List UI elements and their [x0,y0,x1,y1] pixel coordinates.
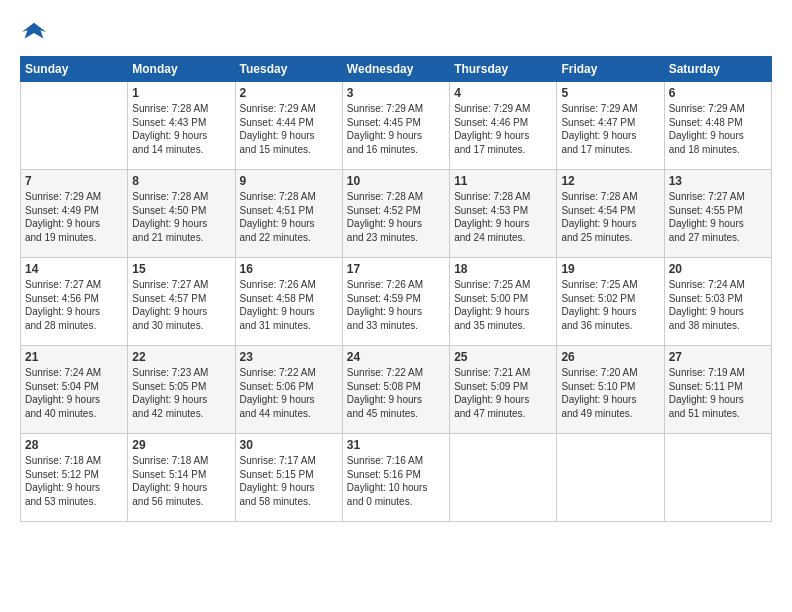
calendar-cell: 5Sunrise: 7:29 AM Sunset: 4:47 PM Daylig… [557,82,664,170]
day-info: Sunrise: 7:29 AM Sunset: 4:48 PM Dayligh… [669,102,767,156]
day-info: Sunrise: 7:21 AM Sunset: 5:09 PM Dayligh… [454,366,552,420]
day-number: 19 [561,262,659,276]
calendar-cell: 25Sunrise: 7:21 AM Sunset: 5:09 PM Dayli… [450,346,557,434]
calendar-cell: 18Sunrise: 7:25 AM Sunset: 5:00 PM Dayli… [450,258,557,346]
day-number: 24 [347,350,445,364]
calendar-cell: 12Sunrise: 7:28 AM Sunset: 4:54 PM Dayli… [557,170,664,258]
calendar-cell: 31Sunrise: 7:16 AM Sunset: 5:16 PM Dayli… [342,434,449,522]
day-info: Sunrise: 7:24 AM Sunset: 5:04 PM Dayligh… [25,366,123,420]
day-number: 27 [669,350,767,364]
day-info: Sunrise: 7:25 AM Sunset: 5:02 PM Dayligh… [561,278,659,332]
day-number: 26 [561,350,659,364]
calendar-cell: 14Sunrise: 7:27 AM Sunset: 4:56 PM Dayli… [21,258,128,346]
logo-icon [20,18,48,46]
weekday-header-thursday: Thursday [450,57,557,82]
day-info: Sunrise: 7:27 AM Sunset: 4:57 PM Dayligh… [132,278,230,332]
header [20,18,772,46]
calendar-cell: 3Sunrise: 7:29 AM Sunset: 4:45 PM Daylig… [342,82,449,170]
calendar-cell: 22Sunrise: 7:23 AM Sunset: 5:05 PM Dayli… [128,346,235,434]
calendar-cell: 8Sunrise: 7:28 AM Sunset: 4:50 PM Daylig… [128,170,235,258]
day-info: Sunrise: 7:28 AM Sunset: 4:43 PM Dayligh… [132,102,230,156]
day-info: Sunrise: 7:24 AM Sunset: 5:03 PM Dayligh… [669,278,767,332]
calendar-cell: 13Sunrise: 7:27 AM Sunset: 4:55 PM Dayli… [664,170,771,258]
day-number: 4 [454,86,552,100]
day-number: 22 [132,350,230,364]
calendar-week-row: 1Sunrise: 7:28 AM Sunset: 4:43 PM Daylig… [21,82,772,170]
calendar-cell: 4Sunrise: 7:29 AM Sunset: 4:46 PM Daylig… [450,82,557,170]
weekday-header-saturday: Saturday [664,57,771,82]
calendar-cell: 26Sunrise: 7:20 AM Sunset: 5:10 PM Dayli… [557,346,664,434]
calendar-cell: 10Sunrise: 7:28 AM Sunset: 4:52 PM Dayli… [342,170,449,258]
day-number: 7 [25,174,123,188]
day-number: 9 [240,174,338,188]
day-info: Sunrise: 7:29 AM Sunset: 4:46 PM Dayligh… [454,102,552,156]
calendar-week-row: 7Sunrise: 7:29 AM Sunset: 4:49 PM Daylig… [21,170,772,258]
calendar-cell: 28Sunrise: 7:18 AM Sunset: 5:12 PM Dayli… [21,434,128,522]
day-info: Sunrise: 7:20 AM Sunset: 5:10 PM Dayligh… [561,366,659,420]
day-info: Sunrise: 7:26 AM Sunset: 4:59 PM Dayligh… [347,278,445,332]
calendar-cell: 6Sunrise: 7:29 AM Sunset: 4:48 PM Daylig… [664,82,771,170]
day-number: 2 [240,86,338,100]
day-number: 17 [347,262,445,276]
day-info: Sunrise: 7:28 AM Sunset: 4:51 PM Dayligh… [240,190,338,244]
calendar-cell: 30Sunrise: 7:17 AM Sunset: 5:15 PM Dayli… [235,434,342,522]
calendar-cell: 15Sunrise: 7:27 AM Sunset: 4:57 PM Dayli… [128,258,235,346]
calendar-cell: 17Sunrise: 7:26 AM Sunset: 4:59 PM Dayli… [342,258,449,346]
day-number: 14 [25,262,123,276]
day-number: 25 [454,350,552,364]
day-number: 11 [454,174,552,188]
weekday-header-wednesday: Wednesday [342,57,449,82]
calendar-header-row: SundayMondayTuesdayWednesdayThursdayFrid… [21,57,772,82]
day-info: Sunrise: 7:17 AM Sunset: 5:15 PM Dayligh… [240,454,338,508]
day-info: Sunrise: 7:22 AM Sunset: 5:06 PM Dayligh… [240,366,338,420]
day-info: Sunrise: 7:28 AM Sunset: 4:50 PM Dayligh… [132,190,230,244]
calendar-cell: 9Sunrise: 7:28 AM Sunset: 4:51 PM Daylig… [235,170,342,258]
day-number: 20 [669,262,767,276]
calendar-cell: 24Sunrise: 7:22 AM Sunset: 5:08 PM Dayli… [342,346,449,434]
calendar-cell: 7Sunrise: 7:29 AM Sunset: 4:49 PM Daylig… [21,170,128,258]
calendar-cell: 27Sunrise: 7:19 AM Sunset: 5:11 PM Dayli… [664,346,771,434]
day-info: Sunrise: 7:28 AM Sunset: 4:54 PM Dayligh… [561,190,659,244]
calendar-cell: 21Sunrise: 7:24 AM Sunset: 5:04 PM Dayli… [21,346,128,434]
logo [20,18,50,46]
calendar-cell: 16Sunrise: 7:26 AM Sunset: 4:58 PM Dayli… [235,258,342,346]
day-number: 23 [240,350,338,364]
calendar-cell [450,434,557,522]
page: SundayMondayTuesdayWednesdayThursdayFrid… [0,0,792,612]
weekday-header-friday: Friday [557,57,664,82]
day-number: 15 [132,262,230,276]
calendar-week-row: 21Sunrise: 7:24 AM Sunset: 5:04 PM Dayli… [21,346,772,434]
day-info: Sunrise: 7:27 AM Sunset: 4:56 PM Dayligh… [25,278,123,332]
day-info: Sunrise: 7:26 AM Sunset: 4:58 PM Dayligh… [240,278,338,332]
day-info: Sunrise: 7:25 AM Sunset: 5:00 PM Dayligh… [454,278,552,332]
day-number: 8 [132,174,230,188]
day-info: Sunrise: 7:29 AM Sunset: 4:44 PM Dayligh… [240,102,338,156]
day-number: 13 [669,174,767,188]
weekday-header-sunday: Sunday [21,57,128,82]
day-info: Sunrise: 7:29 AM Sunset: 4:45 PM Dayligh… [347,102,445,156]
day-number: 18 [454,262,552,276]
calendar-cell: 1Sunrise: 7:28 AM Sunset: 4:43 PM Daylig… [128,82,235,170]
svg-marker-0 [22,23,46,39]
calendar-week-row: 28Sunrise: 7:18 AM Sunset: 5:12 PM Dayli… [21,434,772,522]
calendar-cell: 23Sunrise: 7:22 AM Sunset: 5:06 PM Dayli… [235,346,342,434]
day-info: Sunrise: 7:22 AM Sunset: 5:08 PM Dayligh… [347,366,445,420]
day-info: Sunrise: 7:19 AM Sunset: 5:11 PM Dayligh… [669,366,767,420]
calendar-cell: 29Sunrise: 7:18 AM Sunset: 5:14 PM Dayli… [128,434,235,522]
day-info: Sunrise: 7:28 AM Sunset: 4:52 PM Dayligh… [347,190,445,244]
calendar-cell [664,434,771,522]
day-number: 10 [347,174,445,188]
day-info: Sunrise: 7:23 AM Sunset: 5:05 PM Dayligh… [132,366,230,420]
weekday-header-tuesday: Tuesday [235,57,342,82]
day-number: 16 [240,262,338,276]
day-number: 21 [25,350,123,364]
calendar-cell: 11Sunrise: 7:28 AM Sunset: 4:53 PM Dayli… [450,170,557,258]
calendar-cell: 2Sunrise: 7:29 AM Sunset: 4:44 PM Daylig… [235,82,342,170]
day-number: 29 [132,438,230,452]
day-info: Sunrise: 7:18 AM Sunset: 5:12 PM Dayligh… [25,454,123,508]
day-number: 28 [25,438,123,452]
calendar-cell [557,434,664,522]
calendar-table: SundayMondayTuesdayWednesdayThursdayFrid… [20,56,772,522]
day-number: 12 [561,174,659,188]
day-info: Sunrise: 7:29 AM Sunset: 4:49 PM Dayligh… [25,190,123,244]
